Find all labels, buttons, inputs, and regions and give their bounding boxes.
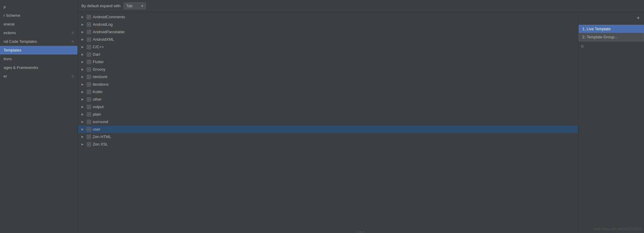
- template-checkbox[interactable]: ✓: [87, 90, 91, 94]
- template-name-label: Groovy: [93, 67, 575, 72]
- add-button[interactable]: +: [635, 14, 642, 22]
- sidebar-item-inspections[interactable]: ections ⎘: [0, 28, 78, 37]
- template-checkbox[interactable]: ✓: [87, 105, 91, 109]
- template-name-label: Kotlin: [93, 90, 575, 94]
- template-row[interactable]: ▶✓Kotlin: [78, 88, 578, 96]
- sidebar-item-live-templates[interactable]: Templates: [0, 46, 78, 55]
- sidebar-item-postfix[interactable]: tions: [0, 55, 78, 63]
- add-dropdown-menu: 1. Live Template2. Template Group...: [578, 25, 644, 41]
- template-checkbox[interactable]: ✓: [87, 82, 91, 87]
- template-checkbox[interactable]: ✓: [87, 30, 91, 34]
- edit-icon[interactable]: ≡: [581, 44, 584, 49]
- expand-arrow-icon: ▶: [81, 60, 85, 63]
- template-row[interactable]: ▶✓iterations: [78, 81, 578, 88]
- expand-arrow-icon: ▶: [81, 90, 85, 93]
- sidebar-item-color-scheme[interactable]: r Scheme: [0, 11, 78, 20]
- expand-arrow-icon: ▶: [81, 45, 85, 49]
- template-row[interactable]: ▶✓Zen XSL: [78, 140, 578, 148]
- template-checkbox[interactable]: ✓: [87, 135, 91, 139]
- template-name-label: Zen XSL: [93, 142, 575, 146]
- template-name-label: Flutter: [93, 60, 575, 64]
- expand-arrow-icon: ▶: [81, 98, 85, 101]
- expand-arrow-icon: ▶: [81, 113, 85, 116]
- template-name-label: Zen HTML: [93, 134, 575, 139]
- template-checkbox[interactable]: ✓: [87, 112, 91, 116]
- expand-with-label: By default expand with: [81, 4, 121, 8]
- main-content: By default expand with Tab Enter Space ▼…: [78, 0, 644, 233]
- dropdown-item-live-template[interactable]: 1. Live Template: [579, 25, 644, 33]
- topbar: By default expand with Tab Enter Space ▼: [78, 0, 644, 12]
- expand-key-select[interactable]: Tab Enter Space: [124, 2, 146, 9]
- template-row[interactable]: ▶✓other: [78, 96, 578, 103]
- template-checkbox[interactable]: ✓: [87, 120, 91, 124]
- copy-icon: ⎘: [72, 74, 74, 78]
- expand-arrow-icon: ▶: [81, 128, 85, 131]
- template-row[interactable]: ▶✓AndroidLog: [78, 21, 578, 28]
- template-name-label: other: [93, 97, 575, 102]
- expand-arrow-icon: ▶: [81, 38, 85, 41]
- sidebar-item-app[interactable]: p: [0, 2, 78, 11]
- expand-arrow-icon: ▶: [81, 120, 85, 123]
- template-row[interactable]: ▶✓Groovy: [78, 66, 578, 73]
- template-row[interactable]: ▶✓surround: [78, 118, 578, 125]
- template-row[interactable]: ▶✓Flutter: [78, 58, 578, 66]
- template-row[interactable]: ▶✓C/C++: [78, 43, 578, 51]
- template-row[interactable]: ▶✓user: [78, 125, 578, 133]
- sidebar: p r Scheme eneral ections ⎘ nd Code Temp…: [0, 0, 78, 233]
- watermark: https://blog.csdn.net/u013728021: [593, 227, 642, 231]
- template-name-label: output: [93, 105, 575, 109]
- template-checkbox[interactable]: ✓: [87, 75, 91, 79]
- template-name-label: AndroidLog: [93, 22, 575, 27]
- template-checkbox[interactable]: ✓: [87, 67, 91, 72]
- template-name-label: user: [93, 127, 575, 131]
- template-row[interactable]: ▶✓html/xml: [78, 73, 578, 81]
- template-checkbox[interactable]: ✓: [87, 97, 91, 102]
- expand-arrow-icon: ▶: [81, 75, 85, 78]
- template-name-label: Dart: [93, 52, 575, 57]
- template-checkbox[interactable]: ✓: [87, 15, 91, 19]
- right-panel-toolbar: +: [578, 12, 644, 25]
- bottom-resize-handle[interactable]: ⠶⠶⠶: [78, 231, 644, 233]
- sidebar-item-other[interactable]: er ⎘: [0, 72, 78, 81]
- template-name-label: iterations: [93, 82, 575, 87]
- template-row[interactable]: ▶✓AndroidXML: [78, 36, 578, 43]
- template-checkbox[interactable]: ✓: [87, 45, 91, 49]
- template-row[interactable]: ▶✓Zen HTML: [78, 133, 578, 140]
- sidebar-item-general[interactable]: eneral: [0, 20, 78, 28]
- expand-arrow-icon: ▶: [81, 83, 85, 86]
- template-row[interactable]: ▶✓output: [78, 103, 578, 111]
- expand-arrow-icon: ▶: [81, 23, 85, 26]
- template-row[interactable]: ▶✓AndroidComments: [78, 13, 578, 21]
- expand-arrow-icon: ▶: [81, 15, 85, 19]
- template-checkbox[interactable]: ✓: [87, 52, 91, 57]
- sidebar-item-languages-frameworks[interactable]: ages & Frameworks: [0, 63, 78, 72]
- expand-arrow-icon: ▶: [81, 135, 85, 138]
- dropdown-item-template-group[interactable]: 2. Template Group...: [579, 33, 644, 41]
- template-checkbox[interactable]: ✓: [87, 37, 91, 42]
- template-checkbox[interactable]: ✓: [87, 22, 91, 27]
- template-row[interactable]: ▶✓Dart: [78, 51, 578, 58]
- template-list-container: ▶✓AndroidComments▶✓AndroidLog▶✓AndroidPa…: [78, 12, 644, 231]
- template-checkbox[interactable]: ✓: [87, 127, 91, 131]
- template-name-label: C/C++: [93, 45, 575, 49]
- expand-key-select-wrapper: Tab Enter Space ▼: [124, 2, 146, 9]
- template-row[interactable]: ▶✓plain: [78, 111, 578, 118]
- copy-icon: ⎘: [72, 31, 74, 35]
- template-checkbox[interactable]: ✓: [87, 60, 91, 64]
- sidebar-item-file-code-templates[interactable]: nd Code Templates ⎘: [0, 37, 78, 46]
- template-row[interactable]: ▶✓AndroidParcelable: [78, 28, 578, 36]
- expand-arrow-icon: ▶: [81, 105, 85, 108]
- template-name-label: AndroidComments: [93, 15, 575, 19]
- expand-arrow-icon: ▶: [81, 53, 85, 56]
- template-name-label: AndroidParcelable: [93, 30, 575, 34]
- template-name-label: plain: [93, 112, 575, 116]
- template-name-label: surround: [93, 119, 575, 124]
- right-panel: + 1. Live Template2. Template Group... ≡: [578, 12, 644, 231]
- template-checkbox[interactable]: ✓: [87, 142, 91, 146]
- template-name-label: AndroidXML: [93, 37, 575, 42]
- template-list: ▶✓AndroidComments▶✓AndroidLog▶✓AndroidPa…: [78, 12, 578, 231]
- expand-arrow-icon: ▶: [81, 143, 85, 146]
- expand-arrow-icon: ▶: [81, 68, 85, 71]
- copy-icon: ⎘: [72, 40, 74, 44]
- expand-arrow-icon: ▶: [81, 30, 85, 34]
